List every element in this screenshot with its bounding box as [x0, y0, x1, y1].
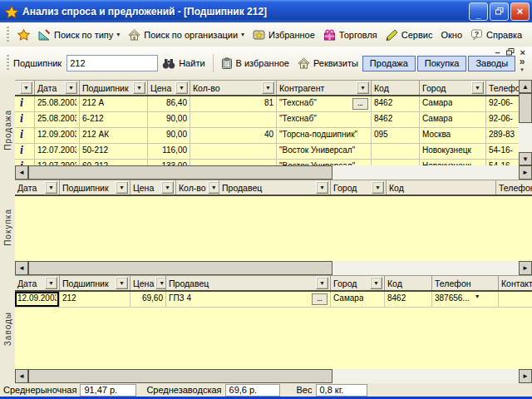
- table-cell[interactable]: 90,00: [148, 112, 190, 127]
- table-cell[interactable]: [190, 144, 277, 159]
- column-header[interactable]: Город▼: [331, 276, 385, 290]
- table-row[interactable]: i12.09.2003212 АК90,0040"Торсна-подшипни…: [15, 128, 519, 144]
- dropdown-icon[interactable]: ▼: [475, 293, 480, 299]
- table-cell[interactable]: 81: [190, 96, 277, 111]
- menu-item-search-by-organization[interactable]: Поиск по организации ▾: [124, 27, 249, 42]
- scroll-up-button[interactable]: ▲: [519, 80, 532, 93]
- column-header[interactable]: ▼: [15, 81, 35, 95]
- menu-item-favorites[interactable]: Избранное: [249, 27, 319, 42]
- table-cell[interactable]: 8462: [372, 96, 420, 111]
- table-cell[interactable]: 116,00: [148, 144, 190, 159]
- filter-dropdown-button[interactable]: ▼: [155, 277, 166, 289]
- close-button[interactable]: ×: [510, 2, 530, 21]
- table-cell[interactable]: 90,00: [148, 128, 190, 143]
- table-cell[interactable]: 92-06-: [486, 96, 519, 111]
- table-row[interactable]: 12.09.200321269,60ГПЗ 4...Самара84623876…: [15, 292, 532, 308]
- scrollbar-thumb[interactable]: [28, 369, 332, 383]
- menu-item-service[interactable]: Сервис: [382, 27, 437, 42]
- table-cell[interactable]: 54-16-: [486, 144, 519, 159]
- table-cell[interactable]: [372, 144, 420, 159]
- filter-dropdown-button[interactable]: ▼: [133, 81, 145, 94]
- table-cell[interactable]: 40: [190, 128, 277, 143]
- table-cell[interactable]: "Техснаб"...: [277, 96, 372, 111]
- table-cell[interactable]: "Техснаб": [277, 112, 372, 127]
- table-cell[interactable]: 25.08.2003: [35, 112, 80, 127]
- table-cell[interactable]: "Восток Универсал": [277, 144, 372, 159]
- table-cell[interactable]: Самара: [331, 292, 385, 307]
- column-header[interactable]: Телефон: [486, 81, 519, 95]
- table-cell[interactable]: ГПЗ 4...: [166, 292, 331, 307]
- minimize-button[interactable]: _: [469, 2, 488, 21]
- column-header[interactable]: Телефон: [496, 180, 532, 195]
- ellipsis-button[interactable]: ...: [312, 293, 328, 305]
- table-cell[interactable]: 387656...▼: [432, 292, 499, 307]
- filter-dropdown-button[interactable]: ▼: [116, 277, 128, 289]
- column-header[interactable]: Подшипник▼: [60, 276, 131, 290]
- toolbar-grip[interactable]: [7, 27, 9, 43]
- column-header[interactable]: Кол-во▼: [190, 81, 277, 95]
- scroll-down-button[interactable]: ▼: [519, 152, 532, 165]
- to-favorites-button[interactable]: В избранное: [217, 56, 293, 71]
- table-cell[interactable]: 12.09.2003: [15, 292, 60, 307]
- table-row[interactable]: i25.08.2003212 А86,4081"Техснаб"...8462С…: [15, 96, 519, 112]
- details-button[interactable]: Реквизиты: [293, 56, 362, 71]
- filter-dropdown-button[interactable]: ▼: [45, 181, 57, 194]
- menu-item-window[interactable]: Окно: [436, 28, 466, 42]
- table-cell[interactable]: 289-83: [486, 128, 519, 143]
- column-header[interactable]: Код: [372, 81, 420, 95]
- scroll-right-button[interactable]: ►: [519, 369, 532, 383]
- filter-dropdown-button[interactable]: ▼: [316, 181, 328, 194]
- table-cell[interactable]: i: [15, 128, 35, 143]
- menu-item-help[interactable]: ? Справка: [466, 27, 526, 42]
- scroll-left-button[interactable]: ◄: [15, 261, 28, 275]
- table-row[interactable]: i25.08.20036-21290,00"Техснаб"8462Самара…: [15, 112, 519, 128]
- mdi-minimize-button[interactable]: –: [495, 47, 500, 57]
- table-cell[interactable]: 12.07.2003: [35, 144, 80, 159]
- sales-horizontal-scrollbar[interactable]: ◄ ►: [15, 165, 532, 180]
- scroll-left-button[interactable]: ◄: [15, 369, 28, 383]
- column-header[interactable]: Контрагент▼: [277, 81, 372, 95]
- column-header[interactable]: Дата▼: [35, 81, 80, 95]
- filter-dropdown-button[interactable]: ▼: [161, 181, 174, 194]
- scroll-right-button[interactable]: ►: [519, 165, 532, 180]
- column-header[interactable]: Цена▼: [131, 276, 166, 290]
- table-cell[interactable]: 212: [60, 292, 131, 307]
- purchase-horizontal-scrollbar[interactable]: ◄ ►: [15, 261, 532, 275]
- table-cell[interactable]: Москва: [420, 128, 486, 143]
- column-header[interactable]: Подшипник▼: [80, 81, 148, 95]
- filter-dropdown-button[interactable]: ▼: [45, 277, 57, 289]
- table-cell[interactable]: Новокузнецк: [420, 144, 486, 159]
- column-header[interactable]: Продавец▼: [219, 180, 331, 195]
- column-header[interactable]: Продавец▼: [166, 276, 331, 290]
- table-cell[interactable]: 92-06-: [486, 112, 519, 127]
- column-header[interactable]: Цена▼: [148, 81, 190, 95]
- filter-dropdown-button[interactable]: ▼: [471, 81, 484, 94]
- table-cell[interactable]: [499, 292, 532, 307]
- table-cell[interactable]: Самара: [420, 96, 486, 111]
- filter-dropdown-button[interactable]: ▼: [208, 181, 219, 194]
- column-header[interactable]: Кол-во▼: [176, 180, 219, 195]
- table-cell[interactable]: 212 АК: [80, 128, 148, 143]
- table-cell[interactable]: i: [15, 112, 35, 127]
- table-cell[interactable]: 8462: [372, 112, 420, 127]
- filter-dropdown-button[interactable]: ▼: [370, 277, 382, 289]
- scroll-right-button[interactable]: ►: [519, 261, 532, 275]
- bearing-input[interactable]: [66, 55, 158, 71]
- column-header[interactable]: Телефон: [432, 276, 499, 290]
- filter-dropdown-button[interactable]: ▼: [262, 81, 274, 94]
- table-cell[interactable]: 50-212: [80, 144, 148, 159]
- menu-item-trade[interactable]: Торговля: [319, 27, 382, 42]
- filter-dropdown-button[interactable]: ▼: [175, 81, 188, 94]
- table-cell[interactable]: 69,60: [131, 292, 166, 307]
- filter-dropdown-button[interactable]: ▼: [20, 81, 32, 94]
- toolbar-grip[interactable]: [7, 55, 9, 71]
- table-cell[interactable]: 12.09.2003: [35, 128, 80, 143]
- table-cell[interactable]: 86,40: [148, 96, 190, 111]
- column-header[interactable]: Код: [385, 276, 432, 290]
- sales-vertical-scrollbar[interactable]: ▲ ▼: [519, 80, 532, 165]
- table-cell[interactable]: 212 А: [80, 96, 148, 111]
- table-cell[interactable]: i: [15, 144, 35, 159]
- scroll-left-button[interactable]: ◄: [15, 165, 28, 180]
- ellipsis-button[interactable]: ...: [352, 98, 368, 110]
- view-button-purchase[interactable]: Покупка: [417, 56, 467, 71]
